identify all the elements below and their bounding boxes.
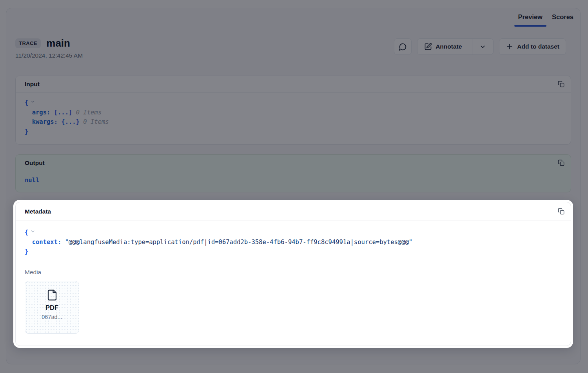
chevron-down-icon bbox=[479, 43, 486, 50]
media-label: Media bbox=[25, 269, 562, 276]
expand-caret-icon[interactable] bbox=[30, 98, 35, 107]
metadata-panel: Metadata { context: "@@@langfuseMedia:ty… bbox=[15, 202, 571, 346]
annotate-label: Annotate bbox=[436, 43, 462, 50]
page-title: main bbox=[46, 37, 70, 49]
plus-icon bbox=[506, 43, 514, 51]
square-pen-icon bbox=[424, 43, 432, 51]
add-to-dataset-button[interactable]: Add to dataset bbox=[499, 38, 566, 55]
trace-header: TRACE main 11/20/2024, 12:42:45 AM Annot… bbox=[15, 26, 571, 59]
trace-badge: TRACE bbox=[15, 38, 41, 48]
copy-icon bbox=[558, 159, 564, 166]
media-card-pdf[interactable]: PDF 067ad... bbox=[25, 281, 79, 334]
output-panel: Output null bbox=[15, 154, 571, 192]
expand-caret-icon[interactable] bbox=[30, 227, 35, 237]
tab-preview[interactable]: Preview bbox=[514, 8, 547, 26]
json-brace: } bbox=[25, 128, 28, 135]
annotate-split-button: Annotate bbox=[417, 38, 494, 55]
output-panel-title: Output bbox=[25, 159, 45, 167]
output-value: null bbox=[16, 171, 571, 192]
trace-detail-card: Preview Scores TRACE main 11/20/2024, 12… bbox=[6, 8, 581, 364]
tab-scores-label: Scores bbox=[552, 13, 573, 21]
metadata-json-viewer: { context: "@@@langfuseMedia:type=applic… bbox=[16, 221, 571, 263]
json-string-value: "@@@langfuseMedia:type=application/pdf|i… bbox=[65, 239, 413, 246]
json-key: kwargs: bbox=[32, 118, 58, 125]
add-to-dataset-label: Add to dataset bbox=[517, 43, 559, 50]
metadata-panel-title: Metadata bbox=[25, 208, 51, 215]
copy-icon bbox=[558, 208, 564, 215]
input-panel-title: Input bbox=[25, 81, 40, 88]
file-icon bbox=[46, 289, 58, 301]
input-copy-button[interactable] bbox=[557, 80, 565, 88]
tabbar: Preview Scores bbox=[6, 8, 580, 26]
media-file-id: 067ad... bbox=[42, 314, 62, 320]
copy-icon bbox=[558, 81, 564, 87]
json-collapsed-value[interactable]: {...} bbox=[61, 118, 80, 125]
json-key: context: bbox=[32, 239, 62, 246]
metadata-copy-button[interactable] bbox=[557, 207, 565, 215]
json-collapsed-value[interactable]: [...] bbox=[54, 109, 73, 116]
json-brace: { bbox=[25, 229, 28, 236]
tab-preview-label: Preview bbox=[518, 13, 543, 21]
json-brace: } bbox=[25, 248, 28, 255]
output-copy-button[interactable] bbox=[557, 159, 565, 167]
json-brace: { bbox=[25, 99, 28, 106]
media-file-type: PDF bbox=[45, 304, 58, 311]
annotate-button[interactable]: Annotate bbox=[417, 39, 468, 54]
metadata-spotlight: Metadata { context: "@@@langfuseMedia:ty… bbox=[13, 200, 573, 348]
comment-button[interactable] bbox=[394, 38, 412, 55]
input-panel: Input { args: [...] 0 Items kwargs: {...… bbox=[15, 76, 571, 145]
media-section: Media PDF 067ad... bbox=[16, 263, 571, 346]
trace-timestamp: 11/20/2024, 12:42:45 AM bbox=[15, 52, 83, 59]
json-item-count: 0 Items bbox=[83, 118, 109, 125]
json-key: args: bbox=[32, 109, 51, 116]
annotate-dropdown-button[interactable] bbox=[472, 39, 493, 54]
json-item-count: 0 Items bbox=[76, 109, 102, 116]
tab-scores[interactable]: Scores bbox=[547, 8, 578, 26]
message-circle-icon bbox=[399, 43, 407, 51]
input-json-viewer: { args: [...] 0 Items kwargs: {...} 0 It… bbox=[16, 92, 571, 144]
